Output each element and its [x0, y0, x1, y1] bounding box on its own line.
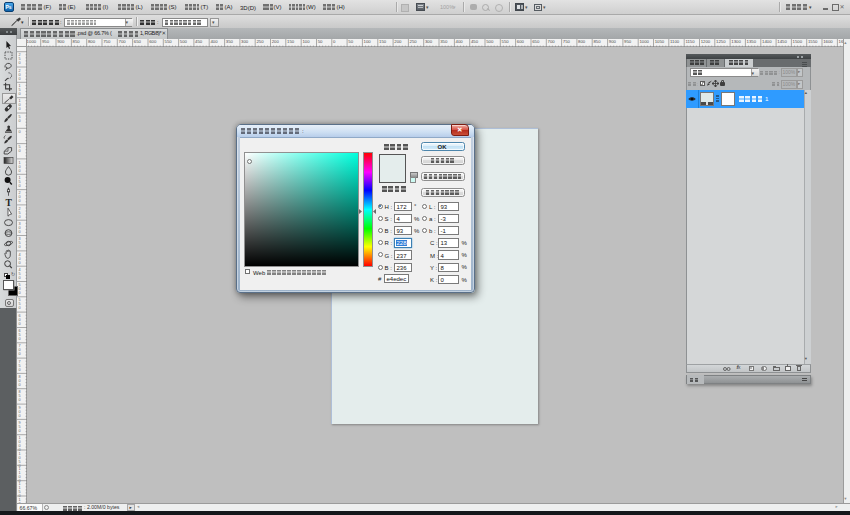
svg-text:1600: 1600 — [823, 39, 833, 44]
svg-text:150: 150 — [379, 39, 387, 44]
svg-text:950: 950 — [18, 421, 20, 433]
svg-text:100: 100 — [18, 99, 20, 111]
svg-text:200: 200 — [272, 39, 280, 44]
svg-text:300: 300 — [18, 222, 20, 234]
svg-text:800: 800 — [88, 39, 96, 44]
svg-text:500: 500 — [486, 39, 494, 44]
svg-text:350: 350 — [226, 39, 234, 44]
svg-text:1500: 1500 — [793, 39, 803, 44]
svg-text:T: T — [5, 198, 12, 208]
svg-text:500: 500 — [18, 283, 20, 295]
svg-text:200: 200 — [18, 69, 20, 81]
svg-text:550: 550 — [502, 39, 510, 44]
svg-text:100: 100 — [18, 161, 20, 173]
svg-text:1200: 1200 — [701, 39, 711, 44]
svg-text:950: 950 — [42, 39, 50, 44]
svg-text:650: 650 — [18, 329, 20, 341]
svg-text:700: 700 — [18, 344, 20, 356]
svg-text:600: 600 — [18, 314, 20, 326]
svg-text:100: 100 — [302, 39, 310, 44]
svg-text:850: 850 — [18, 390, 20, 402]
svg-text:900: 900 — [609, 39, 617, 44]
svg-text:350: 350 — [440, 39, 448, 44]
svg-text:850: 850 — [73, 39, 81, 44]
svg-text:800: 800 — [578, 39, 586, 44]
svg-text:450: 450 — [471, 39, 479, 44]
svg-text:400: 400 — [456, 39, 464, 44]
svg-text:1250: 1250 — [716, 39, 726, 44]
svg-text:350: 350 — [18, 237, 20, 249]
svg-text:50: 50 — [348, 39, 353, 44]
svg-text:950: 950 — [624, 39, 632, 44]
svg-text:750: 750 — [563, 39, 571, 44]
svg-text:700: 700 — [119, 39, 127, 44]
svg-text:750: 750 — [18, 360, 20, 372]
svg-text:1000: 1000 — [639, 39, 649, 44]
svg-text:1400: 1400 — [762, 39, 772, 44]
svg-text:250: 250 — [410, 39, 418, 44]
svg-text:550: 550 — [18, 298, 20, 310]
svg-text:250: 250 — [18, 207, 20, 219]
svg-text:250: 250 — [256, 39, 264, 44]
svg-text:1450: 1450 — [777, 39, 787, 44]
svg-text:500: 500 — [180, 39, 188, 44]
svg-text:1000: 1000 — [27, 39, 37, 44]
svg-text:150: 150 — [287, 39, 295, 44]
svg-text:1550: 1550 — [808, 39, 818, 44]
svg-text:300: 300 — [241, 39, 249, 44]
svg-text:200: 200 — [394, 39, 402, 44]
svg-text:900: 900 — [18, 406, 20, 418]
svg-text:1100: 1100 — [670, 39, 680, 44]
svg-text:50: 50 — [18, 115, 20, 123]
svg-text:0: 0 — [18, 130, 20, 134]
svg-text:1350: 1350 — [747, 39, 757, 44]
svg-text:400: 400 — [210, 39, 218, 44]
svg-text:900: 900 — [57, 39, 65, 44]
svg-text:100: 100 — [364, 39, 372, 44]
svg-text:50: 50 — [318, 39, 323, 44]
svg-text:850: 850 — [593, 39, 601, 44]
svg-text:550: 550 — [165, 39, 173, 44]
svg-text:450: 450 — [195, 39, 203, 44]
svg-text:150: 150 — [18, 84, 20, 96]
svg-text:50: 50 — [18, 145, 20, 153]
svg-text:700: 700 — [548, 39, 556, 44]
svg-text:600: 600 — [149, 39, 157, 44]
svg-text:1050: 1050 — [655, 39, 665, 44]
svg-text:400: 400 — [18, 253, 20, 265]
svg-text:1300: 1300 — [731, 39, 741, 44]
svg-text:650: 650 — [532, 39, 540, 44]
svg-text:250: 250 — [18, 53, 20, 65]
svg-text:600: 600 — [517, 39, 525, 44]
svg-text:300: 300 — [425, 39, 433, 44]
svg-text:650: 650 — [134, 39, 142, 44]
svg-text:450: 450 — [18, 268, 20, 280]
svg-text:150: 150 — [18, 176, 20, 188]
svg-text:1150: 1150 — [685, 39, 695, 44]
svg-text:800: 800 — [18, 375, 20, 387]
svg-text:750: 750 — [103, 39, 111, 44]
svg-text:200: 200 — [18, 191, 20, 203]
